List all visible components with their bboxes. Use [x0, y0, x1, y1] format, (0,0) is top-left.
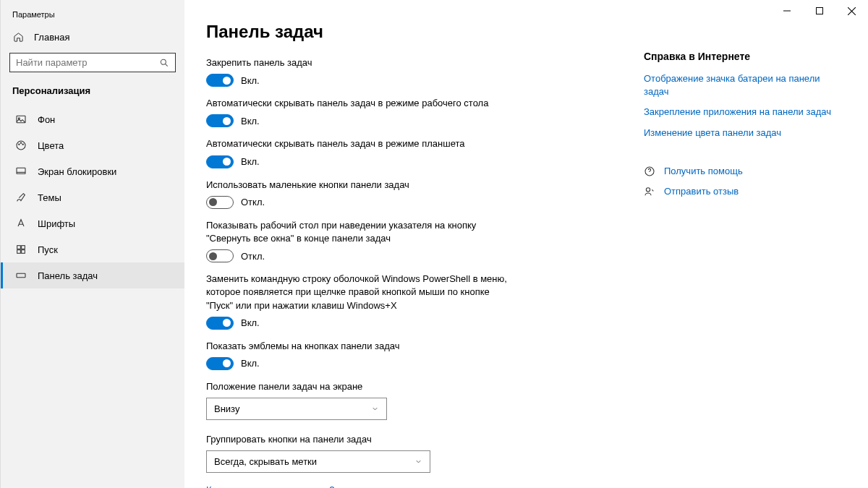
get-help-label: Получить помощь	[664, 166, 743, 176]
palette-icon	[14, 140, 27, 151]
setting-powershell: Заменить командную строку оболочкой Wind…	[206, 273, 517, 330]
page-title: Панель задач	[206, 22, 517, 42]
toggle-switch[interactable]	[206, 74, 234, 87]
aside-title: Справка в Интернете	[644, 51, 832, 62]
setting-label: Положение панели задач на экране	[206, 380, 517, 393]
setting-label: Группировать кнопки на панели задач	[206, 433, 517, 446]
section-title: Персонализация	[1, 81, 184, 106]
toggle-state: Откл.	[241, 251, 265, 262]
home-label: Главная	[34, 32, 69, 43]
feedback-label: Отправить отзыв	[664, 186, 739, 197]
close-button[interactable]	[835, 0, 868, 22]
nav-lockscreen[interactable]: Экран блокировки	[1, 158, 184, 184]
toggle-state: Вкл.	[241, 75, 260, 86]
main-area: Панель задач Закрепить панель задач Вкл.…	[184, 0, 868, 488]
svg-point-6	[22, 144, 23, 145]
help-icon	[644, 166, 655, 177]
search-box[interactable]	[9, 53, 176, 72]
toggle-state: Откл.	[241, 197, 265, 207]
dropdown-value: Внизу	[214, 403, 239, 414]
dropdown-combine[interactable]: Всегда, скрывать метки	[206, 450, 430, 473]
settings-sidebar: Параметры Главная Персонализация Фон Цве…	[0, 0, 184, 488]
setting-label: Показывать рабочий стол при наведении ук…	[206, 219, 517, 245]
settings-content: Панель задач Закрепить панель задач Вкл.…	[206, 22, 517, 488]
nav-label: Цвета	[38, 140, 64, 151]
font-icon	[14, 218, 27, 229]
svg-point-4	[19, 144, 20, 145]
home-nav[interactable]: Главная	[1, 26, 184, 48]
home-icon	[12, 32, 24, 43]
svg-rect-13	[816, 8, 822, 14]
taskbar-icon	[14, 270, 27, 281]
search-icon	[159, 58, 169, 68]
nav-label: Пуск	[38, 244, 58, 255]
toggle-switch[interactable]	[206, 317, 234, 330]
nav-label: Фон	[38, 114, 55, 125]
svg-rect-9	[22, 246, 25, 249]
aside-link-pin[interactable]: Закрепление приложения на панели задач	[644, 106, 832, 119]
svg-rect-8	[17, 246, 21, 249]
svg-point-5	[20, 142, 21, 143]
feedback-icon	[644, 186, 655, 197]
toggle-state: Вкл.	[241, 358, 260, 369]
search-input[interactable]	[16, 57, 159, 68]
nav-label: Экран блокировки	[38, 166, 116, 177]
setting-label: Закрепить панель задач	[206, 56, 517, 69]
svg-rect-7	[17, 168, 25, 174]
setting-small-buttons: Использовать маленькие кнопки панели зад…	[206, 179, 517, 209]
setting-autohide-tablet: Автоматически скрывать панель задач в ре…	[206, 137, 517, 168]
lockscreen-icon	[14, 166, 27, 177]
nav-themes[interactable]: Темы	[1, 184, 184, 210]
brush-icon	[14, 192, 27, 203]
feedback-link[interactable]: Отправить отзыв	[644, 186, 832, 197]
nav-label: Шрифты	[38, 218, 75, 229]
svg-rect-11	[22, 250, 25, 254]
dropdown-position[interactable]: Внизу	[206, 398, 387, 420]
toggle-state: Вкл.	[241, 317, 260, 328]
setting-lock-taskbar: Закрепить панель задач Вкл.	[206, 56, 517, 87]
nav-label: Темы	[38, 192, 61, 203]
help-link[interactable]: Как настроить панели задач?	[206, 484, 334, 488]
setting-label: Автоматически скрывать панель задач в ре…	[206, 137, 517, 150]
app-title: Параметры	[1, 9, 184, 26]
setting-position: Положение панели задач на экране Внизу	[206, 380, 517, 420]
aside-link-color[interactable]: Изменение цвета панели задач	[644, 127, 832, 140]
toggle-state: Вкл.	[241, 116, 260, 127]
nav-label: Панель задач	[38, 270, 98, 281]
picture-icon	[14, 114, 27, 125]
toggle-state: Вкл.	[241, 156, 260, 167]
toggle-switch[interactable]	[206, 196, 234, 209]
start-icon	[14, 244, 27, 255]
toggle-switch[interactable]	[206, 114, 234, 127]
setting-label: Заменить командную строку оболочкой Wind…	[206, 273, 517, 312]
nav-colors[interactable]: Цвета	[1, 132, 184, 158]
toggle-switch[interactable]	[206, 155, 234, 168]
get-help-link[interactable]: Получить помощь	[644, 166, 832, 177]
svg-point-0	[161, 59, 166, 64]
setting-combine: Группировать кнопки на панели задач Всег…	[206, 433, 517, 473]
help-aside: Справка в Интернете Отображение значка б…	[644, 22, 846, 488]
maximize-button[interactable]	[803, 0, 835, 22]
setting-peek-desktop: Показывать рабочий стол при наведении ук…	[206, 219, 517, 262]
nav-background[interactable]: Фон	[1, 106, 184, 132]
chevron-down-icon	[371, 405, 379, 413]
chevron-down-icon	[414, 458, 422, 466]
toggle-switch[interactable]	[206, 249, 234, 262]
svg-rect-12	[17, 273, 25, 277]
svg-rect-10	[17, 250, 21, 254]
setting-label: Показать эмблемы на кнопках панели задач	[206, 340, 517, 353]
dropdown-value: Всегда, скрывать метки	[214, 456, 317, 467]
aside-link-battery[interactable]: Отображение значка батареи на панели зад…	[644, 72, 832, 98]
setting-label: Автоматически скрывать панель задач в ре…	[206, 97, 517, 110]
nav-taskbar[interactable]: Панель задач	[1, 262, 184, 288]
nav-fonts[interactable]: Шрифты	[1, 210, 184, 236]
window-controls	[770, 0, 868, 22]
setting-badges: Показать эмблемы на кнопках панели задач…	[206, 340, 517, 370]
nav-start[interactable]: Пуск	[1, 236, 184, 262]
svg-point-15	[646, 187, 650, 191]
toggle-switch[interactable]	[206, 357, 234, 370]
setting-autohide-desktop: Автоматически скрывать панель задач в ре…	[206, 97, 517, 127]
setting-label: Использовать маленькие кнопки панели зад…	[206, 179, 517, 192]
minimize-button[interactable]	[770, 0, 803, 22]
